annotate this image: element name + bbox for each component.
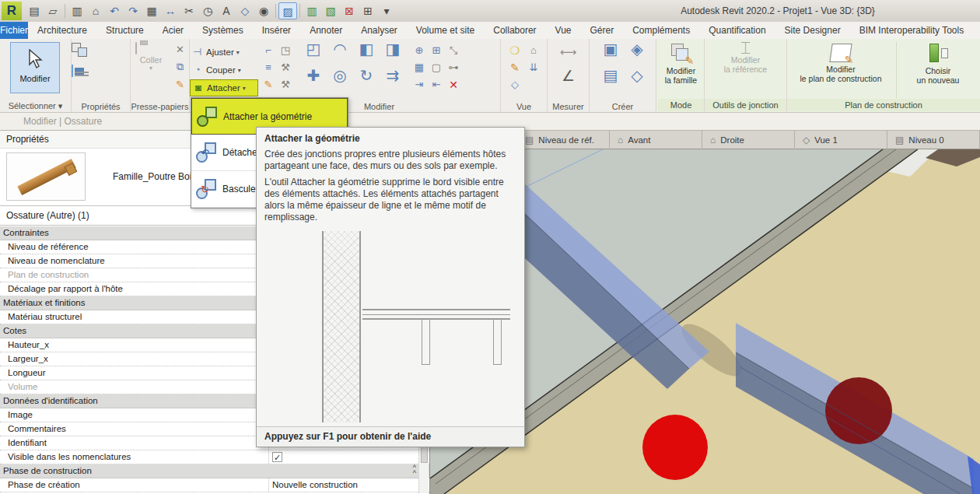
- paste-button[interactable]: Coller ▾: [135, 43, 166, 72]
- tab-analyser[interactable]: Analyser: [352, 22, 407, 39]
- split-with-gap-icon[interactable]: ◨: [380, 40, 406, 67]
- options-bar-context: Modifier | Ossature: [23, 116, 102, 127]
- dimension-icon[interactable]: ↔: [161, 2, 180, 19]
- view-tab-droite[interactable]: ⌂Droite: [702, 131, 795, 149]
- open-icon[interactable]: ▱: [44, 2, 62, 19]
- undo-icon[interactable]: ↶: [105, 2, 124, 19]
- property-row[interactable]: Visible dans les nomenclatures✓: [0, 450, 429, 464]
- tab-structure[interactable]: Structure: [96, 22, 153, 39]
- create-parts-icon[interactable]: ◇: [624, 67, 650, 93]
- view-tab-vue-1[interactable]: ◇Vue 1: [795, 131, 887, 149]
- collapse-icon[interactable]: ^^: [413, 464, 415, 475]
- text-icon[interactable]: A: [217, 2, 236, 19]
- trim-extend-icon[interactable]: ⇤: [428, 76, 445, 93]
- create-assembly-icon[interactable]: ▤: [597, 67, 624, 93]
- property-value[interactable]: Nouvelle construction: [268, 478, 358, 492]
- tab-g-rer[interactable]: Gérer: [580, 22, 623, 39]
- sun-settings-icon[interactable]: ◷: [198, 2, 217, 19]
- ungroup-icon[interactable]: ▢: [428, 59, 445, 76]
- create-group-icon[interactable]: ▣: [597, 40, 624, 67]
- default-3d-view-icon[interactable]: ◇: [236, 2, 254, 19]
- create-similar-icon[interactable]: ◈: [624, 40, 650, 67]
- thin-lines-icon[interactable]: ▨: [278, 2, 297, 19]
- cope-icon[interactable]: ◰: [300, 40, 327, 67]
- align-icon[interactable]: ⇉: [380, 67, 406, 93]
- tab-outils-d-in[interactable]: Outils d'in: [973, 22, 980, 39]
- pin-icon[interactable]: ⊶: [445, 59, 462, 76]
- angle-dimension-icon[interactable]: ∠: [548, 67, 589, 85]
- array-icon[interactable]: ⊞: [428, 42, 445, 59]
- wall-joins-icon[interactable]: ≡: [260, 59, 277, 76]
- copy-tool-icon[interactable]: ◎: [327, 67, 353, 93]
- close-hidden-windows-icon[interactable]: ⊠: [340, 2, 359, 19]
- modify-line-icon[interactable]: ✂: [180, 2, 198, 19]
- tab-compl-ments[interactable]: Compléments: [623, 22, 699, 39]
- schedule-icon[interactable]: ▥: [303, 2, 321, 19]
- copy-icon[interactable]: ⧉: [176, 61, 184, 73]
- panel-inner-separator: [896, 42, 897, 98]
- demolish-icon[interactable]: ⚒: [277, 59, 294, 76]
- tab-architecture[interactable]: Architecture: [28, 22, 96, 39]
- level-tool-icon[interactable]: ⌐: [260, 42, 277, 59]
- scale-icon[interactable]: ⤡: [445, 42, 462, 59]
- redo-icon[interactable]: ↷: [124, 2, 142, 19]
- tab-collaborer[interactable]: Collaborer: [484, 22, 545, 39]
- tab-acier[interactable]: Acier: [153, 22, 193, 39]
- modify-tool-button[interactable]: Modifier: [10, 42, 60, 93]
- customize-qat-icon[interactable]: ▾: [377, 2, 396, 19]
- checkbox[interactable]: ✓: [272, 452, 282, 462]
- offset-icon[interactable]: ◠: [327, 40, 353, 67]
- property-row[interactable]: Phase de créationNouvelle construction: [0, 478, 429, 492]
- tab-ins-rer[interactable]: Insérer: [253, 22, 300, 39]
- hide-category-icon[interactable]: ⌂: [524, 42, 543, 59]
- attacher-button[interactable]: ◙ Attacher ▾: [190, 79, 258, 96]
- attacher-dropdown-arrow[interactable]: ▾: [243, 85, 246, 92]
- delete-element-icon[interactable]: ✕: [445, 76, 462, 93]
- file-properties-icon[interactable]: ▤: [25, 2, 44, 19]
- save-icon[interactable]: ▥: [68, 2, 86, 19]
- pick-new-work-plane-button[interactable]: Choisir un nouveau: [901, 44, 975, 85]
- tab-bim-interoperability-tools[interactable]: BIM Interoperability Tools: [850, 22, 974, 39]
- select-by-id-icon[interactable]: ▧: [321, 2, 340, 19]
- group-icon[interactable]: ▦: [411, 59, 428, 76]
- property-label: Décalage par rapport à l'hôte: [8, 284, 123, 293]
- match-properties-icon[interactable]: ✎: [176, 79, 184, 90]
- panel-label-proprietes[interactable]: Propriétés: [72, 102, 130, 111]
- tab-syst-mes[interactable]: Systèmes: [193, 22, 253, 39]
- view-tab-niveau-de-r-f-[interactable]: ▤Niveau de réf.: [517, 131, 610, 149]
- tab-fichier[interactable]: Fichier: [0, 22, 28, 39]
- ajuster-button[interactable]: ⊣ Ajuster ▾: [191, 44, 257, 61]
- tab-volume-et-site[interactable]: Volume et site: [407, 22, 484, 39]
- override-graphics-icon[interactable]: ✎: [506, 59, 524, 76]
- home-3d-icon[interactable]: ⌂: [86, 2, 105, 19]
- unpin-icon[interactable]: ⇥: [411, 76, 428, 93]
- rotate-icon[interactable]: ↻: [353, 67, 380, 93]
- render-icon[interactable]: ◉: [254, 2, 273, 19]
- assembly-icon[interactable]: ◳: [277, 42, 294, 59]
- measure-line-icon[interactable]: ⟷: [548, 45, 589, 59]
- panel-plan-de-construction: ✎ Modifier le plan de construction Chois…: [787, 39, 980, 112]
- displace-icon[interactable]: ◇: [506, 76, 524, 93]
- tab-quantification[interactable]: Quantification: [699, 22, 775, 39]
- panel-label-selectionner[interactable]: Sélectionner ▾: [0, 101, 71, 111]
- edit-work-plane-button[interactable]: ✎ Modifier le plan de construction: [790, 44, 891, 83]
- switch-windows-icon[interactable]: ⊞: [359, 2, 377, 19]
- tab-vue[interactable]: Vue: [546, 22, 581, 39]
- hammer-icon[interactable]: ⚒: [277, 76, 294, 93]
- lightbulb-icon[interactable]: ❍: [506, 42, 524, 59]
- couper-button[interactable]: ◔ Couper ▾: [191, 61, 257, 79]
- mirror-icon[interactable]: ⊕: [411, 42, 428, 59]
- underlay-icon[interactable]: ⇊: [524, 59, 543, 76]
- tab-annoter[interactable]: Annoter: [300, 22, 352, 39]
- revit-logo[interactable]: R: [2, 2, 22, 20]
- view-tab-niveau-0[interactable]: ▤Niveau 0: [887, 131, 980, 149]
- move-icon[interactable]: ✚: [300, 67, 327, 93]
- view-tab-avant[interactable]: ⌂Avant: [610, 131, 702, 149]
- properties-palette-icon[interactable]: [72, 65, 130, 76]
- split-element-icon[interactable]: ◧: [353, 40, 380, 67]
- print-icon[interactable]: ▦: [142, 2, 161, 19]
- linework-icon[interactable]: ✎: [260, 76, 277, 93]
- tab-site-designer[interactable]: Site Designer: [775, 22, 850, 39]
- edit-family-button[interactable]: ✎ Modifier la famille: [658, 44, 704, 85]
- delete-icon[interactable]: ✕: [176, 44, 184, 55]
